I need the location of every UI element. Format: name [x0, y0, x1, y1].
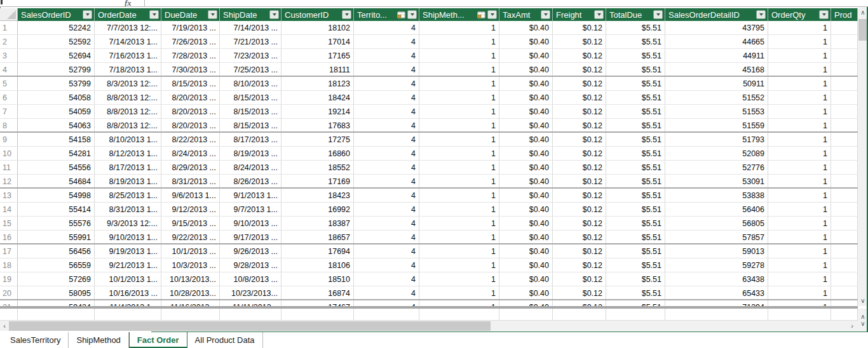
- cell-ShipMethodID[interactable]: 1: [419, 147, 499, 160]
- cell-ProductID[interactable]: [831, 217, 858, 230]
- cell-TerritoryID[interactable]: 4: [354, 286, 419, 299]
- row-number[interactable]: 21: [0, 300, 18, 306]
- row-number[interactable]: 16: [0, 231, 18, 243]
- cell-SalesOrderID[interactable]: 54158: [18, 133, 95, 146]
- cell-SalesOrderDetailID[interactable]: 51559: [665, 119, 768, 131]
- cell-OrderDate[interactable]: 10/16/2013 ...: [95, 286, 161, 299]
- cell-SalesOrderID[interactable]: 56559: [18, 258, 95, 272]
- cell-SalesOrderID[interactable]: 54281: [18, 147, 95, 160]
- cell-SalesOrderDetailID[interactable]: 43795: [665, 21, 768, 34]
- cell-TerritoryID[interactable]: 4: [354, 49, 419, 62]
- column-header-SalesOrderDetailID[interactable]: SalesOrderDetailID: [665, 8, 768, 21]
- cell-ShipDate[interactable]: 9/1/2013 1...: [220, 189, 281, 202]
- cell-ShipMethodID[interactable]: 1: [419, 119, 499, 131]
- row-number[interactable]: 19: [0, 272, 18, 286]
- cell-Freight[interactable]: $0.12: [553, 203, 606, 216]
- column-header-OrderDate[interactable]: OrderDate: [95, 8, 161, 21]
- row-number[interactable]: 20: [0, 286, 18, 299]
- row-number[interactable]: 7: [0, 105, 18, 118]
- row-number[interactable]: 12: [0, 175, 18, 187]
- cell-ProductID[interactable]: [831, 189, 858, 202]
- cell-OrderQty[interactable]: 1: [768, 49, 831, 62]
- cell-ShipMethodID[interactable]: 1: [419, 244, 499, 258]
- cell-TotalDue[interactable]: $5.51: [606, 147, 665, 160]
- cell-DueDate[interactable]: 8/22/2013 ...: [161, 133, 220, 146]
- cell-ShipDate[interactable]: 10/23/2013...: [220, 286, 281, 299]
- filter-dropdown-button[interactable]: [208, 10, 217, 19]
- cell-TotalDue[interactable]: $5.51: [606, 21, 665, 34]
- cell-DueDate[interactable]: 8/20/2013 ...: [161, 119, 220, 131]
- cell-TotalDue[interactable]: $5.51: [606, 217, 665, 230]
- cell-SalesOrderID[interactable]: 55414: [18, 203, 95, 216]
- cell-TaxAmt[interactable]: $0.40: [499, 189, 553, 202]
- cell-Freight[interactable]: $0.12: [553, 189, 606, 202]
- cell-CustomerID[interactable]: 18123: [281, 77, 354, 90]
- cell-ShipMethodID[interactable]: 1: [419, 231, 499, 243]
- cell-TaxAmt[interactable]: $0.40: [499, 244, 553, 258]
- cell-TotalDue[interactable]: $5.51: [606, 161, 665, 174]
- cell-SalesOrderDetailID[interactable]: 45168: [665, 63, 768, 76]
- cell-ProductID[interactable]: [831, 272, 858, 286]
- cell-OrderQty[interactable]: 1: [768, 258, 831, 272]
- cell-SalesOrderDetailID[interactable]: 63438: [665, 272, 768, 286]
- cell-OrderQty[interactable]: 1: [768, 231, 831, 243]
- cell-TotalDue[interactable]: $5.51: [606, 133, 665, 146]
- cell-CustomerID[interactable]: 17683: [281, 119, 354, 131]
- cell-ShipMethodID[interactable]: 1: [419, 189, 499, 202]
- cell-TotalDue[interactable]: $5.51: [606, 105, 665, 118]
- cell-ProductID[interactable]: [831, 175, 858, 187]
- cell-OrderDate[interactable]: 9/3/2013 12:...: [95, 217, 161, 230]
- cell-CustomerID[interactable]: 18423: [281, 189, 354, 202]
- cell-TotalDue[interactable]: $5.51: [606, 258, 665, 272]
- cell-Freight[interactable]: $0.12: [553, 133, 606, 146]
- cell-CustomerID[interactable]: 18102: [281, 21, 354, 34]
- row-number[interactable]: 1: [0, 21, 18, 34]
- cell-DueDate[interactable]: 8/20/2013 ...: [161, 105, 220, 118]
- filter-dropdown-button[interactable]: [487, 10, 497, 19]
- cell-ShipMethodID[interactable]: 1: [419, 77, 499, 90]
- cell-ShipMethodID[interactable]: 1: [419, 133, 499, 146]
- cell-CustomerID[interactable]: 19214: [281, 105, 354, 118]
- cell-ShipMethodID[interactable]: 1: [419, 161, 499, 174]
- cell-TerritoryID[interactable]: 4: [354, 244, 419, 258]
- cell-SalesOrderID[interactable]: 53799: [18, 77, 95, 90]
- cell-OrderDate[interactable]: 11/4/2013 1...: [95, 300, 161, 306]
- cell-OrderQty[interactable]: 1: [768, 217, 831, 230]
- cell-TotalDue[interactable]: $5.51: [606, 119, 665, 131]
- cell-TaxAmt[interactable]: $0.40: [499, 49, 553, 62]
- row-number[interactable]: 10: [0, 147, 18, 160]
- cell-CustomerID[interactable]: 18552: [281, 161, 354, 174]
- cell-ShipDate[interactable]: 8/26/2013 ...: [220, 175, 281, 187]
- cell-TotalDue[interactable]: $5.51: [606, 77, 665, 90]
- cell-ProductID[interactable]: [831, 147, 858, 160]
- cell-ShipDate[interactable]: 7/21/2013 ...: [220, 35, 281, 48]
- cell-OrderQty[interactable]: 1: [768, 189, 831, 202]
- cell-OrderDate[interactable]: 10/1/2013 1...: [95, 272, 161, 286]
- cell-Freight[interactable]: $0.12: [553, 147, 606, 160]
- column-header-DueDate[interactable]: DueDate: [161, 8, 220, 21]
- cell-ProductID[interactable]: [831, 63, 858, 76]
- filter-dropdown-button[interactable]: [83, 10, 92, 19]
- cell-OrderDate[interactable]: 8/17/2013 1...: [95, 161, 161, 174]
- cell-TerritoryID[interactable]: 4: [354, 91, 419, 104]
- cell-TaxAmt[interactable]: $0.40: [499, 272, 553, 286]
- cell-ShipDate[interactable]: 8/15/2013 ...: [220, 119, 281, 131]
- cell-DueDate[interactable]: 8/20/2013 ...: [161, 91, 220, 104]
- cell-ShipDate[interactable]: 7/14/2013 ...: [220, 21, 281, 34]
- row-number[interactable]: 14: [0, 203, 18, 216]
- cell-ShipDate[interactable]: 10/8/2013 ...: [220, 272, 281, 286]
- cell-OrderQty[interactable]: 1: [768, 77, 831, 90]
- cell-OrderQty[interactable]: 1: [768, 244, 831, 258]
- cell-ShipMethodID[interactable]: 1: [419, 272, 499, 286]
- cell-TerritoryID[interactable]: 4: [354, 105, 419, 118]
- cell-SalesOrderDetailID[interactable]: 51553: [665, 105, 768, 118]
- cell-TotalDue[interactable]: $5.51: [606, 63, 665, 76]
- column-header-OrderQty[interactable]: OrderQty: [768, 8, 831, 21]
- cell-DueDate[interactable]: 8/29/2013 ...: [161, 161, 220, 174]
- cell-OrderQty[interactable]: 1: [768, 91, 831, 104]
- cell-SalesOrderID[interactable]: 59424: [18, 300, 95, 306]
- filter-dropdown-button[interactable]: [407, 10, 417, 19]
- cell-Freight[interactable]: $0.12: [553, 231, 606, 243]
- filter-dropdown-button[interactable]: [149, 10, 159, 19]
- column-header-TerritoryID[interactable]: Territo...: [354, 8, 419, 21]
